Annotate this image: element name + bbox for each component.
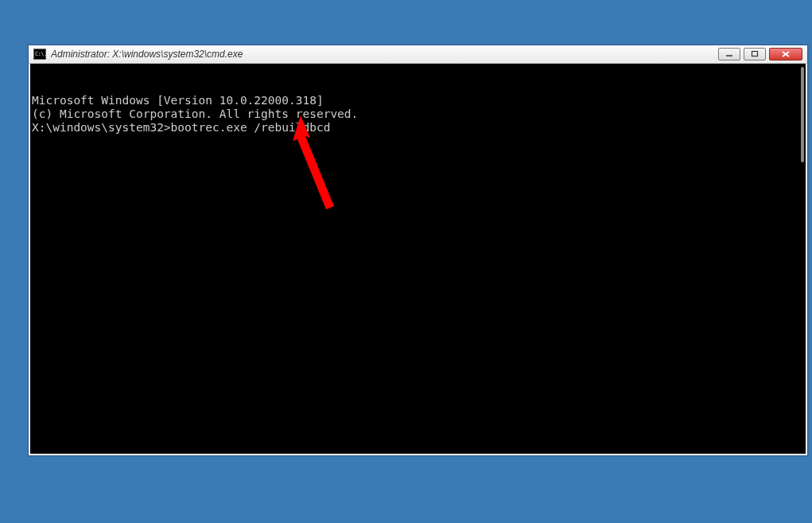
cmd-window: C:\. Administrator: X:\windows\system32\… <box>28 45 808 456</box>
console-command: bootrec.exe /rebuildbcd <box>171 121 331 134</box>
maximize-button[interactable] <box>744 48 766 60</box>
window-controls <box>718 48 802 60</box>
close-icon <box>781 50 791 58</box>
svg-rect-1 <box>752 52 758 57</box>
titlebar[interactable]: C:\. Administrator: X:\windows\system32\… <box>29 45 807 64</box>
close-button[interactable] <box>769 48 802 60</box>
console-line-copyright: (c) Microsoft Corporation. All rights re… <box>32 107 804 121</box>
console-prompt: X:\windows\system32> <box>32 121 171 134</box>
scrollbar-thumb[interactable] <box>801 67 804 162</box>
window-title: Administrator: X:\windows\system32\cmd.e… <box>51 49 718 60</box>
console-line-version: Microsoft Windows [Version 10.0.22000.31… <box>32 94 804 107</box>
minimize-icon <box>725 51 733 57</box>
minimize-button[interactable] <box>718 48 740 60</box>
maximize-icon <box>751 50 759 58</box>
cmd-icon-glyph: C:\. <box>35 52 47 57</box>
console-area[interactable]: Microsoft Windows [Version 10.0.22000.31… <box>29 64 807 455</box>
cmd-icon: C:\. <box>33 49 46 60</box>
console-line-prompt: X:\windows\system32>bootrec.exe /rebuild… <box>32 121 804 135</box>
